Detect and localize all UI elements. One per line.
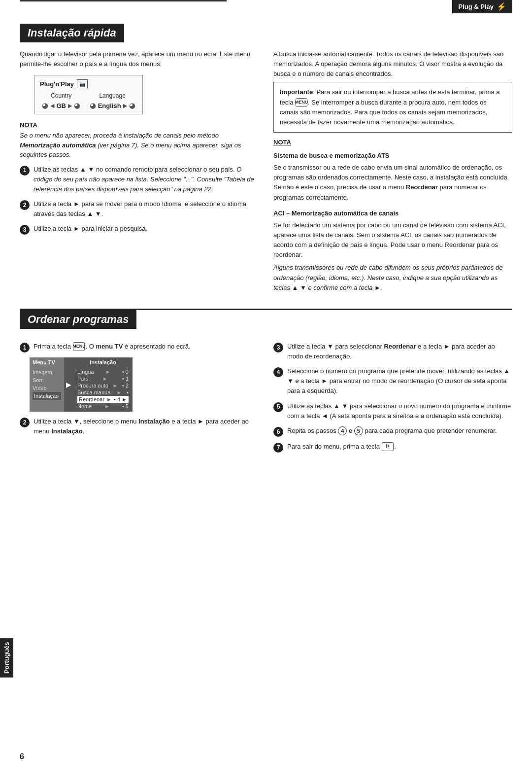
s2-step3-num: 3 [273, 343, 283, 353]
reordenar-num: • 4 ► [114, 396, 127, 402]
page-wrapper: Plug & Play ⚡ Instalação rápida Quando l… [0, 0, 532, 776]
pnp-language-col: Language ◕ English ▶ ◕ [90, 92, 135, 110]
pnp-country-value-row: ◕ ◀ GB ▶ ◕ [42, 101, 80, 110]
pnp-icon: 📷 [77, 79, 88, 88]
circle4: 4 [338, 426, 347, 435]
menu-item-video: Vídeo [33, 384, 61, 392]
s2-step1-num: 1 [20, 343, 30, 353]
important-box: Importante: Para sair ou interromper a b… [273, 82, 512, 133]
s2-step7-num: 7 [273, 443, 283, 453]
menu-right-title: Instalação [77, 359, 129, 365]
important-title: Importante [280, 88, 313, 96]
s2-step6-num: 6 [273, 427, 283, 437]
globe-icon-lang2: ◕ [129, 101, 135, 110]
pnp-menu-title: Plug'n'Play 📷 [40, 79, 137, 88]
step2-num: 2 [20, 200, 30, 210]
pnp-language-label: Language [99, 92, 125, 99]
section1-left: Quando ligar o televisor pela primeira v… [20, 49, 259, 297]
s2-step5-num: 5 [273, 402, 283, 412]
s2-step2-num: 2 [20, 418, 30, 427]
aci-text: Se for detectado um sistema por cabo ou … [273, 220, 512, 260]
menu-right-reordenar: Reordenar ► • 4 ► [77, 396, 129, 403]
pnp-menu-box: Plug'n'Play 📷 Country ◕ ◀ GB ▶ ◕ [34, 75, 143, 114]
step2: 2 Utilize a tecla ► para se mover para o… [20, 199, 259, 219]
busca-dot: ► [116, 389, 122, 395]
menu-right-lingua: Língua ► • 0 [77, 368, 129, 375]
nota1-text: Se o menu não aparecer, proceda à instal… [20, 131, 259, 160]
pais-dot: ► [102, 376, 108, 382]
arrow-left-country: ◀ [50, 103, 54, 109]
menu-right-panel: Instalação Língua ► • 0 País ► • 1 Pr [73, 357, 133, 412]
pnp-language-value-row: ◕ English ▶ ◕ [90, 101, 135, 110]
nota2-title: NOTA [273, 139, 512, 146]
menu-right-busca: Busca manual ► • [77, 389, 129, 396]
aci-title: ACI – Memorização automática de canais [273, 209, 512, 218]
menu-item-som: Som [33, 376, 61, 384]
nota2-subtitle: Sistema de busca e memorização ATS [273, 151, 512, 161]
tv-menu-box: Menu TV Imagem Som Vídeo Instalação ▶ In… [30, 357, 259, 412]
arrow-right-country: ▶ [68, 103, 72, 109]
plug-play-label: Plug & Play [458, 3, 494, 10]
busca-label: Busca manual [77, 389, 112, 395]
menu-item-instalacao: Instalação [33, 392, 61, 400]
menu-key2: MENU [73, 342, 85, 351]
section2-right: 3 Utilize a tecla ▼ para seleccionar Reo… [273, 337, 512, 458]
s2-step5: 5 Utilize as teclas ▲ ▼ para seleccionar… [273, 401, 512, 421]
page-number: 6 [20, 752, 24, 761]
section2-left: 1 Prima a tecla MENU. O menu TV é aprese… [20, 337, 259, 458]
tv-menu-area: Menu TV Imagem Som Vídeo Instalação ▶ In… [30, 357, 259, 412]
s2-step7-text: Para sair do menu, prima a tecla i+. [287, 442, 512, 452]
procura-label: Procura auto [77, 383, 108, 388]
menu-left-title: Menu TV [33, 359, 61, 365]
globe-icon-right: ◕ [74, 101, 80, 110]
plug-icon: ⚡ [497, 2, 506, 11]
procura-dot: ► [113, 383, 118, 388]
right-para1: A busca inicia-se automaticamente. Todos… [273, 49, 512, 79]
pnp-country-value: GB [56, 102, 66, 109]
reordenar-dot: ► [106, 396, 112, 402]
s2-step4-num: 4 [273, 367, 283, 377]
nome-label: Nome [77, 403, 92, 409]
nome-dot: ► [104, 403, 110, 409]
s2-step4-text: Seleccione o número do programa que pret… [287, 366, 512, 396]
pnp-country-label: Country [51, 92, 71, 99]
menu-right-nome: Nome ► • 5 [77, 403, 129, 410]
step1: 1 Utilize as teclas ▲ ▼ no comando remot… [20, 165, 259, 194]
arrow-right-language: ▶ [123, 103, 127, 109]
pais-label: País [77, 376, 88, 382]
menu-key: MENU [296, 98, 307, 107]
busca-num: • [127, 389, 129, 395]
globe-icon-left: ◕ [42, 101, 48, 110]
pnp-country-col: Country ◕ ◀ GB ▶ ◕ [42, 92, 80, 110]
nome-num: • 5 [122, 403, 129, 409]
globe-icon-lang: ◕ [90, 101, 96, 110]
lingua-label: Língua [77, 369, 94, 375]
s2-step3-text: Utilize a tecla ▼ para seleccionar Reord… [287, 342, 512, 361]
step1-num: 1 [20, 166, 30, 176]
s2-step7: 7 Para sair do menu, prima a tecla i+. [273, 442, 512, 453]
pnp-menu-row: Country ◕ ◀ GB ▶ ◕ Language ◕ [40, 92, 137, 110]
section1-content: Quando ligar o televisor pela primeira v… [20, 49, 512, 297]
section2-content: 1 Prima a tecla MENU. O menu TV é aprese… [20, 337, 512, 458]
menu-item-imagem: Imagem [33, 368, 61, 376]
nota1-title: NOTA [20, 121, 259, 129]
section1-right: A busca inicia-se automaticamente. Todos… [273, 49, 512, 297]
menu-left-panel: Menu TV Imagem Som Vídeo Instalação [30, 357, 64, 412]
step3-text: Utilize a tecla ► para iniciar a pesquis… [33, 224, 259, 234]
aci-block: ACI – Memorização automática de canais S… [273, 209, 512, 293]
lingua-dot: ► [105, 369, 111, 375]
section1-heading: Instalação rápida [20, 24, 124, 42]
s2-step6: 6 Repita os passos 4 e 5 para cada progr… [273, 426, 512, 437]
section2-heading: Ordenar programas [20, 310, 136, 329]
iplus-key: i+ [382, 442, 394, 451]
menu-right-procura: Procura auto ► • 2 [77, 382, 129, 389]
s2-step1-text: Prima a tecla MENU. O menu TV é apresent… [33, 342, 259, 352]
s2-step6-text: Repita os passos 4 e 5 para cada program… [287, 426, 512, 436]
nota2-block: NOTA Sistema de busca e memorização ATS … [273, 139, 512, 203]
plug-play-badge: Plug & Play ⚡ [452, 0, 512, 13]
step1-text: Utilize as teclas ▲ ▼ no comando remoto … [33, 165, 259, 194]
s2-step2: 2 Utilize a tecla ▼, seleccione o menu I… [20, 417, 259, 436]
lingua-num: • 0 [122, 369, 129, 375]
pais-num: • 1 [122, 376, 129, 382]
s2-step2-text: Utilize a tecla ▼, seleccione o menu Ins… [33, 417, 259, 436]
